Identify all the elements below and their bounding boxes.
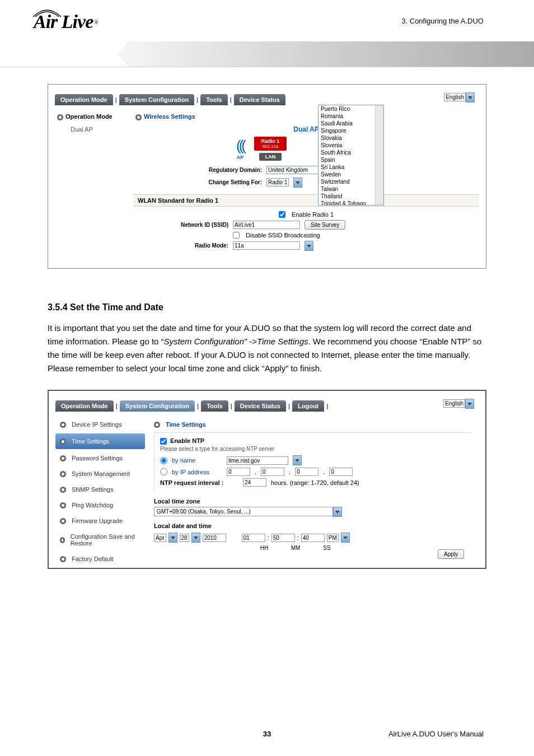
chevron-down-icon[interactable]	[341, 533, 350, 543]
language-value: English	[445, 400, 463, 407]
ip-octet-3[interactable]	[295, 468, 318, 476]
ntp-server-select[interactable]: time.nist.gov	[227, 456, 288, 465]
day-select[interactable]: 28	[180, 534, 189, 542]
chevron-down-icon[interactable]	[466, 92, 475, 102]
body-paragraph: It is important that you set the date an…	[48, 321, 486, 375]
chevron-down-icon[interactable]	[293, 455, 302, 465]
ntp-interval-input[interactable]	[243, 478, 266, 487]
gear-icon	[60, 487, 66, 493]
month-select[interactable]: Apr	[154, 534, 166, 542]
tab-system-config[interactable]: System Configuration	[120, 400, 195, 412]
tab-operation-mode[interactable]: Operation Mode	[55, 400, 114, 412]
list-item[interactable]: South Africa	[318, 149, 383, 156]
gear-icon	[60, 556, 66, 562]
section-heading: 3.5.4 Set the Time and Date	[48, 302, 486, 312]
timezone-select[interactable]: GMT+09:00 (Osaka, Tokyo, Seoul, ...)	[154, 507, 333, 516]
sidebar-item-ping-watchdog[interactable]: Ping Watchdog	[55, 497, 145, 513]
tab-system-config[interactable]: System Configuration	[119, 94, 194, 105]
list-item[interactable]: Switzerland	[318, 178, 383, 185]
sidebar-item-factory-default[interactable]: Factory Default	[55, 551, 145, 567]
sidebar-item-password[interactable]: Password Settings	[55, 450, 145, 466]
ip-octet-4[interactable]	[329, 468, 353, 476]
list-item[interactable]: Saudi Arabia	[318, 120, 383, 127]
enable-radio1-label: Enable Radio 1	[292, 211, 334, 218]
chevron-down-icon[interactable]	[293, 178, 302, 188]
list-item[interactable]: Romania	[318, 113, 383, 120]
screenshot-time-settings: Operation Mode| System Configuration| To…	[48, 390, 486, 569]
gear-icon	[60, 455, 66, 461]
logo-arc-icon	[32, 7, 62, 18]
list-item[interactable]: Thailand	[318, 193, 383, 200]
tab-logout[interactable]: Logout	[292, 400, 324, 412]
apply-button[interactable]: Apply	[438, 549, 464, 559]
antenna-left-icon: (((	[236, 137, 244, 155]
list-item[interactable]: Slovakia	[318, 134, 383, 142]
list-item[interactable]: Taiwan	[318, 185, 383, 193]
tab-tools[interactable]: Tools	[200, 94, 228, 105]
sidebar-item-device-ip[interactable]: Device IP Settings	[55, 417, 145, 432]
sidebar-item-config-save[interactable]: Configuration Save and Restore	[55, 529, 145, 551]
manual-title: AirLive A.DUO User's Manual	[388, 730, 484, 738]
chevron-down-icon[interactable]	[333, 507, 342, 517]
lan-box: LAN	[259, 153, 282, 161]
gear-icon	[60, 518, 66, 524]
language-select[interactable]: English	[443, 399, 465, 408]
ssid-label: Network ID (SSID)	[144, 222, 228, 228]
top-tabbar: Operation Mode| System Configuration| To…	[49, 399, 485, 413]
sidebar-item-operation-mode[interactable]: Operation Mode	[55, 110, 133, 123]
ip-octet-2[interactable]	[261, 468, 284, 476]
change-setting-select[interactable]: Radio 1	[266, 178, 289, 186]
tab-operation-mode[interactable]: Operation Mode	[55, 94, 113, 105]
chevron-down-icon[interactable]	[191, 533, 200, 543]
site-survey-button[interactable]: Site Survey	[305, 220, 345, 230]
sidebar-item-dual-ap[interactable]: Dual AP	[55, 123, 133, 136]
list-item[interactable]: Trinidad & Tobago	[318, 200, 383, 206]
by-ip-radio[interactable]	[160, 468, 167, 475]
language-select[interactable]: English	[444, 93, 466, 101]
chevron-down-icon[interactable]	[168, 533, 177, 543]
radio-diagram: ((( AP Radio 1802.11a LAN ))) AP	[133, 137, 479, 161]
minute-input[interactable]	[271, 534, 295, 542]
airlive-logo: Air Live ®	[34, 11, 99, 32]
sidebar-item-time-settings[interactable]: Time Settings	[55, 433, 145, 449]
sidebar-item-firmware[interactable]: Firmware Upgrade	[55, 513, 145, 529]
local-datetime-label: Local date and time	[154, 522, 473, 529]
list-item[interactable]: Slovenia	[318, 142, 383, 149]
year-input[interactable]	[203, 534, 226, 542]
disable-ssid-label: Disable SSID Broadcasting	[246, 232, 320, 239]
gear-icon	[60, 502, 66, 508]
radio-mode-label: Radio Mode:	[144, 242, 228, 249]
list-item[interactable]: Sweden	[318, 171, 383, 178]
hour-input[interactable]	[242, 534, 265, 542]
list-item[interactable]: Singapore	[318, 127, 383, 134]
screenshot-wireless-settings: Operation Mode| System Configuration| To…	[48, 84, 486, 269]
tab-device-status[interactable]: Device Status	[234, 94, 285, 105]
disable-ssid-checkbox[interactable]	[233, 232, 240, 239]
ampm-select[interactable]: PM	[327, 534, 339, 542]
ip-octet-1[interactable]	[227, 468, 250, 476]
radio-mode-select[interactable]: 11a	[233, 241, 300, 250]
wlan-standard-header: WLAN Standard for Radio 1	[133, 194, 479, 207]
scrollbar[interactable]	[375, 105, 383, 205]
list-item[interactable]: Spain	[318, 156, 383, 164]
second-input[interactable]	[301, 534, 325, 542]
gear-icon	[60, 537, 65, 543]
enable-ntp-checkbox[interactable]	[160, 438, 167, 445]
by-name-radio[interactable]	[160, 457, 167, 464]
regulatory-domain-listbox[interactable]: Puerto Rico Romania Saudi Arabia Singapo…	[318, 105, 384, 206]
gear-icon	[154, 422, 160, 428]
ss-sublabel: SS	[315, 545, 339, 551]
tab-device-status[interactable]: Device Status	[235, 400, 286, 412]
sidebar-item-snmp[interactable]: SNMP Settings	[55, 482, 145, 497]
chevron-down-icon[interactable]	[305, 241, 313, 251]
by-name-label: by name	[172, 457, 222, 464]
ssid-input[interactable]	[233, 221, 300, 229]
sidebar-item-system-mgmt[interactable]: System Management	[55, 466, 145, 482]
chevron-down-icon[interactable]	[465, 399, 474, 409]
enable-radio1-checkbox[interactable]	[279, 211, 285, 218]
list-item[interactable]: Puerto Rico	[318, 105, 383, 113]
gear-icon	[135, 114, 142, 120]
header-gradient	[118, 41, 534, 67]
list-item[interactable]: Sri Lanka	[318, 164, 383, 171]
tab-tools[interactable]: Tools	[201, 400, 228, 412]
